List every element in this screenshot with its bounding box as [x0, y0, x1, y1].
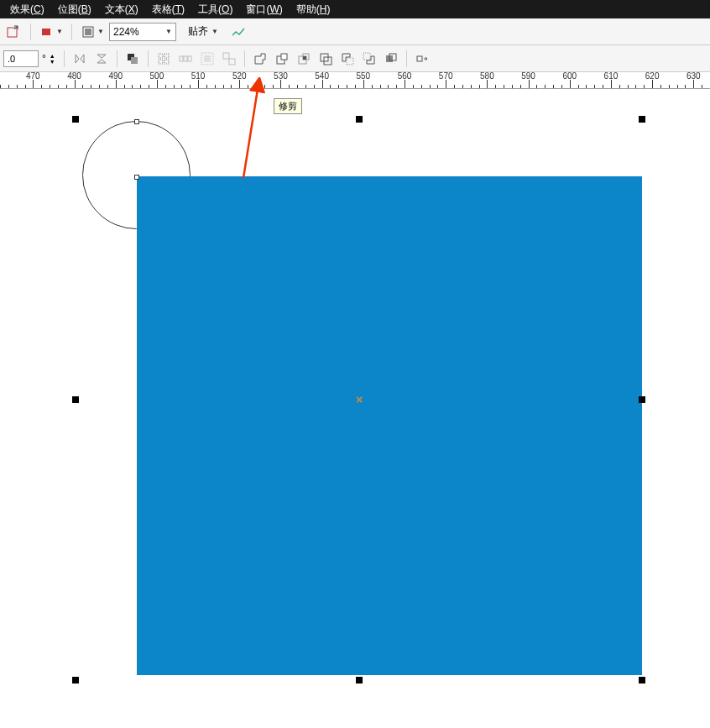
circle-origin-top: [134, 119, 139, 124]
boundary-icon[interactable]: [381, 49, 401, 69]
chevron-down-icon: ▼: [211, 28, 218, 35]
front-minus-back-icon[interactable]: [337, 49, 358, 69]
distribute-icon[interactable]: [175, 49, 196, 69]
menu-text[interactable]: 文本(X): [98, 3, 145, 17]
separator: [117, 50, 117, 67]
svg-rect-24: [347, 58, 353, 65]
zoom-value: 224%: [113, 26, 139, 38]
svg-rect-1: [42, 29, 50, 35]
menu-table[interactable]: 表格(T): [145, 3, 191, 17]
mirror-vertical-icon[interactable]: [91, 49, 112, 69]
chevron-down-icon: ▼: [165, 28, 172, 35]
menu-bitmap[interactable]: 位图(B): [51, 3, 98, 17]
ruler-label: 560: [398, 72, 412, 81]
selection-handle-bl[interactable]: [72, 677, 79, 683]
separator: [30, 24, 31, 40]
svg-rect-25: [363, 53, 370, 60]
selection-handle-mr[interactable]: [639, 396, 645, 403]
selection-center-marker: ×: [356, 393, 363, 406]
svg-rect-21: [303, 56, 306, 60]
svg-rect-18: [281, 54, 287, 60]
import-icon[interactable]: [3, 22, 23, 42]
mirror-horizontal-icon[interactable]: [70, 49, 90, 69]
selection-handle-tl[interactable]: [72, 116, 79, 123]
to-front-icon[interactable]: [123, 49, 143, 69]
svg-rect-11: [184, 56, 187, 61]
intersect-icon[interactable]: [294, 49, 314, 69]
ruler-label: 480: [67, 72, 81, 81]
svg-rect-8: [159, 60, 163, 64]
svg-rect-15: [223, 53, 229, 59]
annotation-arrow: [235, 77, 277, 186]
ruler-label: 580: [480, 72, 494, 81]
svg-rect-16: [229, 59, 235, 65]
selection-handle-tm[interactable]: [356, 116, 363, 123]
tooltip-trim: 修剪: [274, 98, 302, 114]
rect-origin-corner: [134, 175, 139, 180]
selection-handle-br[interactable]: [639, 677, 645, 683]
separator: [244, 50, 245, 67]
spinner-down[interactable]: ▼: [50, 59, 55, 65]
toolbar-main: ▼ ▼ 224% ▼ 贴齐 ▼: [0, 18, 710, 45]
selection-handle-tr[interactable]: [639, 116, 645, 123]
separator: [406, 50, 407, 67]
menu-help[interactable]: 帮助(H): [290, 3, 337, 17]
launch-icon[interactable]: ▼: [79, 22, 106, 42]
fill-dropdown-icon[interactable]: ▼: [38, 22, 65, 42]
menu-window[interactable]: 窗口(W): [239, 3, 289, 17]
ruler-label: 610: [604, 72, 619, 81]
trim-icon[interactable]: [272, 49, 292, 69]
svg-rect-3: [85, 29, 91, 35]
ruler-label: 600: [562, 72, 577, 81]
ruler-label: 490: [108, 72, 123, 81]
convert-icon[interactable]: [412, 49, 432, 69]
svg-rect-6: [159, 54, 163, 58]
ruler-label: 520: [232, 72, 247, 81]
ruler-label: 630: [687, 72, 701, 81]
menu-tools[interactable]: 工具(O): [191, 3, 239, 17]
snap-dropdown[interactable]: 贴齐 ▼: [188, 24, 218, 39]
selection-handle-ml[interactable]: [72, 396, 79, 403]
separator: [71, 24, 72, 40]
ruler-label: 500: [150, 72, 164, 81]
svg-rect-5: [131, 57, 138, 64]
simplify-icon[interactable]: [316, 49, 336, 69]
menu-effects[interactable]: 效果(C): [3, 3, 51, 17]
menubar: 效果(C) 位图(B) 文本(X) 表格(T) 工具(O) 窗口(W) 帮助(H…: [0, 0, 710, 18]
back-minus-front-icon[interactable]: [359, 49, 379, 69]
svg-rect-7: [164, 54, 169, 58]
separator: [148, 50, 149, 67]
ruler-label: 570: [439, 72, 453, 81]
selection-handle-bm[interactable]: [356, 677, 363, 683]
ruler-label: 550: [356, 72, 370, 81]
ruler-label: 620: [645, 72, 660, 81]
svg-rect-10: [180, 56, 183, 61]
horizontal-ruler[interactable]: 4704804905005105205305405505605705805906…: [0, 72, 710, 89]
ruler-label: 510: [191, 72, 206, 81]
chevron-down-icon: ▼: [97, 28, 104, 35]
separator: [64, 50, 65, 67]
spinner-up[interactable]: ▲: [50, 53, 55, 59]
svg-rect-0: [8, 28, 17, 37]
svg-rect-9: [164, 60, 169, 64]
canvas[interactable]: × 修剪: [0, 89, 710, 727]
svg-rect-14: [204, 55, 211, 62]
svg-line-30: [243, 84, 258, 178]
align-icon[interactable]: [154, 49, 174, 69]
toolbar-property: ° ▲ ▼: [0, 45, 710, 72]
group-icon[interactable]: [197, 49, 217, 69]
zoom-level-select[interactable]: 224% ▼: [109, 23, 176, 41]
weld-icon[interactable]: [250, 49, 270, 69]
degree-label: °: [42, 53, 46, 65]
ruler-label: 530: [274, 72, 288, 81]
blue-rectangle-shape[interactable]: [137, 176, 642, 675]
ungroup-icon[interactable]: [219, 49, 239, 69]
options-icon[interactable]: [228, 22, 248, 42]
ruler-label: 590: [521, 72, 535, 81]
ruler-label: 540: [315, 72, 329, 81]
svg-rect-12: [188, 56, 191, 61]
svg-rect-28: [417, 56, 422, 61]
rotation-input[interactable]: [3, 50, 39, 67]
ruler-label: 470: [26, 72, 40, 81]
chevron-down-icon: ▼: [56, 28, 63, 35]
